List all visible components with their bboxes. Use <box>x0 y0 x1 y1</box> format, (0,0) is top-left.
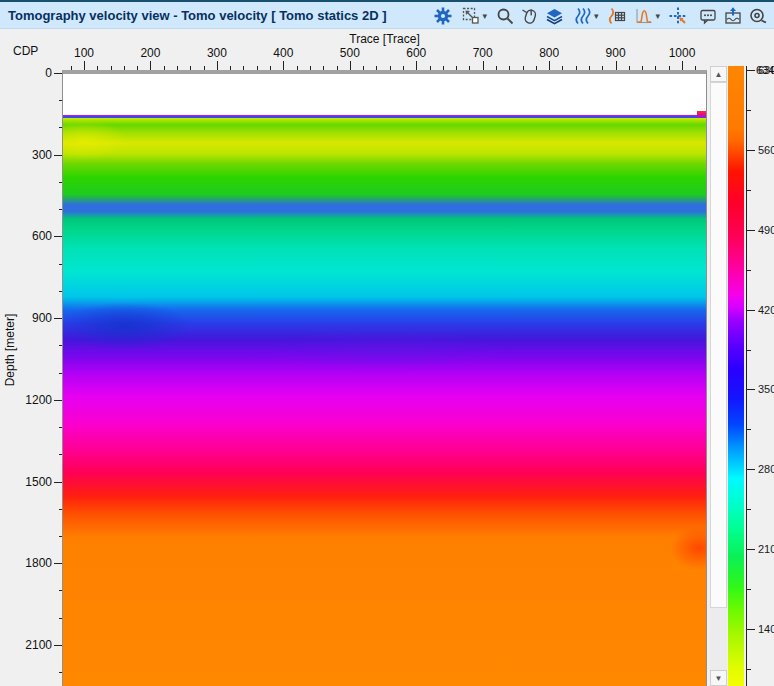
trace-tick-label: 100 <box>62 46 106 60</box>
trace-tick-major <box>217 61 218 70</box>
trace-tick-major <box>549 61 550 70</box>
trace-tick-major <box>84 61 85 70</box>
colorbar-tick-major <box>746 150 755 151</box>
trace-tick-label: 300 <box>195 46 239 60</box>
trace-tick-label: 700 <box>461 46 505 60</box>
trace-axis-title: Trace [Trace] <box>62 32 707 46</box>
export-image-icon[interactable] <box>721 4 745 28</box>
layers-icon[interactable] <box>543 4 567 28</box>
colorbar-tick-minor <box>746 270 751 271</box>
trace-tick-label: 500 <box>328 46 372 60</box>
colorbar-tick-label: 4900 <box>758 224 774 237</box>
picking-crosshair-icon[interactable] <box>666 4 690 28</box>
colorbar-tick-minor <box>746 110 751 111</box>
magnifier-icon[interactable] <box>493 4 517 28</box>
velocity-colorbar <box>728 66 744 686</box>
colorbar-tick-minor <box>746 509 751 510</box>
trace-tick-label: 900 <box>594 46 638 60</box>
trace-tick-label: 400 <box>261 46 305 60</box>
trace-tick-label: 200 <box>128 46 172 60</box>
velocity-image[interactable] <box>63 118 706 686</box>
colorbar-tick-label: 2800 <box>758 463 774 476</box>
colorbar-axis-line <box>746 66 747 686</box>
depth-tick-label: 1800 <box>12 556 52 570</box>
trace-tick-major <box>150 61 151 70</box>
trace-tick-major <box>350 61 351 70</box>
colorbar-tick-minor <box>746 190 751 191</box>
settings-gear-icon[interactable] <box>431 4 455 28</box>
trace-tick-major <box>483 61 484 70</box>
scrollbar-thumb[interactable] <box>710 82 727 608</box>
comment-icon[interactable] <box>696 4 720 28</box>
colorbar-max-label: 6345.4 <box>756 64 774 76</box>
trace-tick-major <box>682 61 683 70</box>
trace-tick-label: 1000 <box>660 46 704 60</box>
colorbar-tick-major <box>746 629 755 630</box>
colorbar-tick-major <box>746 469 755 470</box>
depth-tick-label: 0 <box>12 66 52 80</box>
cdp-label: CDP <box>13 44 38 58</box>
colorbar-tick-label: 3500 <box>758 383 774 396</box>
horizon-edge-blip <box>697 111 706 117</box>
colorbar-tick-major <box>746 310 755 311</box>
colorbar-tick-minor <box>746 669 751 670</box>
trace-tick-major <box>416 61 417 70</box>
colorbar-tick-minor <box>746 350 751 351</box>
depth-tick-label: 600 <box>12 229 52 243</box>
colorbar-tick-label: 2100 <box>758 543 774 556</box>
colorbar-tick-major <box>746 230 755 231</box>
vertical-scrollbar[interactable]: ▲ ▼ <box>710 66 727 686</box>
measure-tape-icon[interactable] <box>746 4 770 28</box>
trace-table-icon[interactable] <box>604 4 628 28</box>
tomography-velocity-window: Tomography velocity view - Tomo velocity… <box>0 0 774 686</box>
colorbar-tick-minor <box>746 589 751 590</box>
colorbar-tick-major <box>746 389 755 390</box>
chevron-down-icon: ▾ <box>482 11 487 21</box>
colorbar-tick-major <box>746 549 755 550</box>
colorbar-tick-label: 4200 <box>758 304 774 317</box>
depth-tick-label: 900 <box>12 311 52 325</box>
depth-tick-label: 300 <box>12 148 52 162</box>
trace-tick-major <box>616 61 617 70</box>
colorbar-tick-label: 1400 <box>758 623 774 636</box>
trace-tick-label: 600 <box>394 46 438 60</box>
colorbar-tick-minor <box>746 429 751 430</box>
chevron-down-icon: ▾ <box>655 11 660 21</box>
scroll-up-button[interactable]: ▲ <box>710 66 727 82</box>
depth-tick-label: 2100 <box>12 638 52 652</box>
depth-tick-label: 1500 <box>12 475 52 489</box>
scroll-down-button[interactable]: ▼ <box>710 670 727 686</box>
trace-tick-major <box>283 61 284 70</box>
histogram-icon[interactable]: ▾ <box>634 4 660 28</box>
window-title: Tomography velocity view - Tomo velocity… <box>0 8 387 23</box>
wiggle-traces-icon[interactable]: ▾ <box>573 4 599 28</box>
toolbar: ▾ <box>431 2 770 29</box>
colorbar-tick-major <box>746 70 755 71</box>
zoom-selection-icon[interactable]: ▾ <box>461 4 487 28</box>
velocity-section-panel[interactable] <box>62 70 707 686</box>
mouse-mode-icon[interactable] <box>518 4 542 28</box>
trace-tick-label: 800 <box>527 46 571 60</box>
depth-tick-label: 1200 <box>12 393 52 407</box>
colorbar-tick-label: 5600 <box>758 144 774 157</box>
chevron-down-icon: ▾ <box>594 11 599 21</box>
